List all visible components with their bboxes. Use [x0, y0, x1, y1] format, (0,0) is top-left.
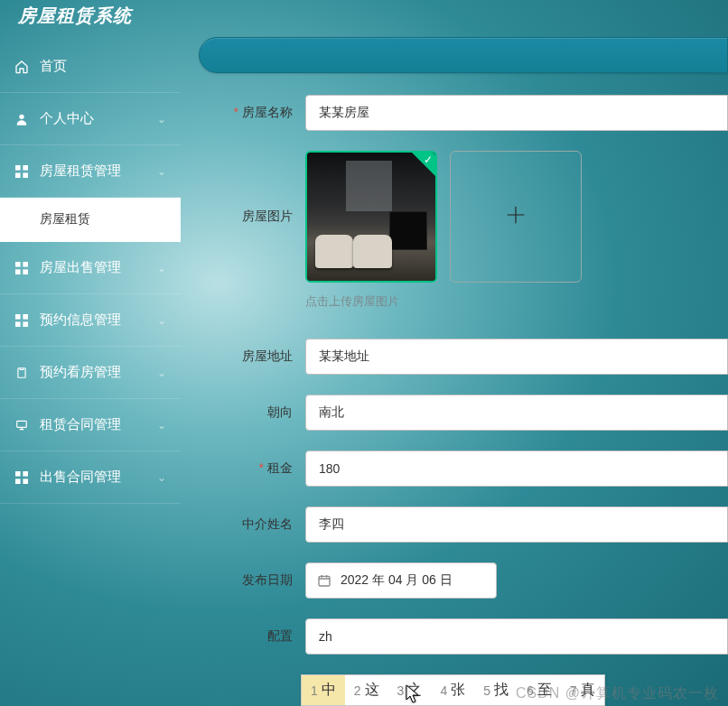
svg-rect-1 [15, 165, 21, 171]
chevron-down-icon: ⌄ [157, 367, 166, 379]
label-date: 发布日期 [204, 572, 305, 589]
plus-icon [503, 202, 528, 231]
chevron-down-icon: ⌄ [157, 471, 166, 484]
svg-rect-8 [23, 269, 28, 274]
svg-rect-6 [23, 262, 28, 267]
label-rent: *租金 [204, 460, 305, 477]
sidebar-item-appointment-info[interactable]: 预约信息管理 ⌄ [0, 294, 181, 347]
upload-hint: 点击上传房屋图片 [305, 293, 728, 310]
check-icon: ✓ [424, 153, 433, 166]
sidebar-item-label: 房屋出售管理 [40, 259, 146, 276]
ime-candidate[interactable]: 7真 [561, 675, 604, 705]
house-name-input[interactable] [305, 95, 728, 131]
svg-rect-7 [15, 269, 21, 274]
calendar-icon [317, 573, 331, 588]
svg-rect-4 [23, 172, 28, 178]
label-agent: 中介姓名 [204, 516, 305, 533]
rent-input[interactable] [305, 451, 728, 487]
svg-rect-15 [15, 471, 21, 477]
orientation-input[interactable] [305, 395, 728, 431]
app-title: 房屋租赁系统 [0, 0, 728, 37]
grid-icon [14, 261, 29, 275]
ime-candidate[interactable]: 1中 [302, 675, 345, 705]
sidebar-item-home[interactable]: 首页 [0, 41, 181, 93]
address-input[interactable] [305, 339, 728, 375]
sidebar-subitem-label: 房屋租赁 [40, 211, 90, 228]
content-area: *房屋名称 房屋图片 ✓ [181, 37, 728, 706]
ime-candidate-bar[interactable]: 1中 2这 3之 4张 5找 6至 7真 [301, 674, 605, 706]
ime-candidate[interactable]: 6至 [518, 675, 561, 705]
sidebar-item-rent-mgmt[interactable]: 房屋租赁管理 ⌄ [0, 145, 181, 198]
svg-rect-17 [15, 478, 21, 484]
date-picker[interactable] [305, 562, 497, 599]
agent-input[interactable] [305, 506, 728, 543]
monitor-icon [14, 418, 29, 432]
sidebar-item-label: 预约看房管理 [40, 364, 146, 381]
user-icon [14, 112, 29, 126]
house-form: *房屋名称 房屋图片 ✓ [199, 95, 728, 655]
chevron-down-icon: ⌄ [157, 419, 166, 432]
chevron-down-icon: ⌄ [157, 113, 166, 125]
sidebar-item-sale-contract[interactable]: 出售合同管理 ⌄ [0, 451, 181, 504]
label-orientation: 朝向 [204, 404, 305, 421]
ime-candidate[interactable]: 2这 [345, 675, 388, 705]
grid-icon [14, 164, 29, 179]
svg-rect-5 [15, 262, 21, 267]
sidebar-item-label: 出售合同管理 [40, 469, 146, 486]
svg-rect-10 [23, 314, 28, 320]
date-input[interactable] [341, 564, 485, 597]
grid-icon [14, 313, 29, 328]
sidebar-item-label: 租赁合同管理 [40, 416, 146, 433]
sidebar-subitem-rent[interactable]: 房屋租赁 [0, 198, 181, 242]
label-address: 房屋地址 [204, 348, 305, 365]
sidebar-item-label: 首页 [40, 58, 166, 75]
label-config: 配置 [204, 628, 305, 645]
label-house-name: *房屋名称 [204, 105, 305, 121]
config-input[interactable] [305, 618, 728, 655]
svg-rect-19 [319, 576, 330, 586]
image-thumbnail[interactable]: ✓ [305, 151, 437, 283]
chevron-down-icon: ⌄ [157, 165, 166, 178]
chevron-down-icon: ⌄ [157, 314, 166, 327]
svg-rect-2 [23, 165, 28, 171]
svg-rect-9 [15, 314, 21, 320]
svg-rect-11 [15, 321, 21, 327]
grid-icon [14, 470, 29, 485]
sidebar: 首页 个人中心 ⌄ 房屋租赁管理 ⌄ 房屋租赁 房屋出售管理 ⌄ [0, 37, 181, 706]
svg-rect-12 [23, 321, 28, 327]
svg-rect-18 [23, 478, 28, 484]
sidebar-item-profile[interactable]: 个人中心 ⌄ [0, 93, 181, 145]
home-icon [14, 60, 29, 74]
sidebar-item-label: 个人中心 [40, 110, 146, 127]
label-house-image: 房屋图片 [204, 209, 305, 225]
sidebar-item-appointment-view[interactable]: 预约看房管理 ⌄ [0, 347, 181, 399]
sidebar-item-sale-mgmt[interactable]: 房屋出售管理 ⌄ [0, 242, 181, 294]
svg-point-0 [19, 114, 23, 118]
ime-candidate[interactable]: 4张 [431, 675, 474, 705]
sidebar-item-label: 房屋租赁管理 [40, 163, 146, 180]
clipboard-icon [14, 366, 29, 380]
sidebar-item-label: 预约信息管理 [40, 311, 146, 329]
sidebar-item-rent-contract[interactable]: 租赁合同管理 ⌄ [0, 399, 181, 451]
svg-rect-16 [23, 471, 28, 477]
ime-candidate[interactable]: 3之 [388, 675, 432, 705]
svg-rect-3 [15, 172, 21, 178]
ime-candidate[interactable]: 5找 [474, 675, 518, 705]
breadcrumb-bar [199, 37, 728, 73]
svg-rect-14 [17, 421, 27, 427]
chevron-down-icon: ⌄ [157, 262, 166, 274]
add-image-button[interactable] [450, 151, 582, 283]
